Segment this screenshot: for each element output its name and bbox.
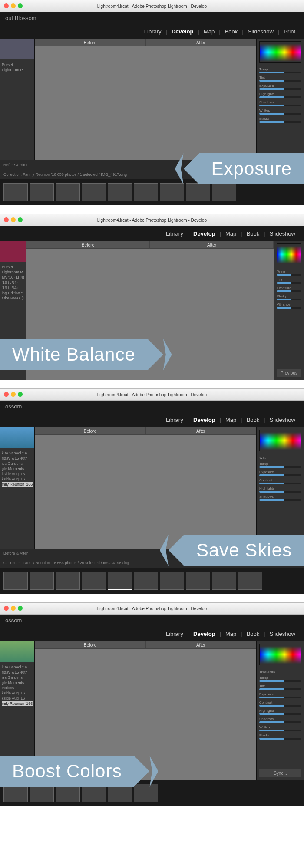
nav-library[interactable]: Library [142,28,164,35]
highlights-slider[interactable] [259,491,301,493]
navigator-thumb[interactable] [0,427,34,448]
filmstrip-thumb[interactable] [212,572,236,590]
preview-area[interactable]: BeforeAfter [35,427,256,549]
filmstrip[interactable] [0,568,304,594]
nav-develop[interactable]: Develop [191,230,218,237]
previous-button[interactable]: Previous [277,369,301,377]
tint-slider[interactable] [259,80,301,82]
close-icon[interactable] [4,3,9,8]
nav-library[interactable]: Library [163,230,186,237]
zoom-icon[interactable] [18,3,23,8]
nav-develop[interactable]: Develop [191,417,218,423]
nav-map[interactable]: Map [223,631,239,637]
filmstrip-thumb[interactable] [160,572,184,590]
histogram[interactable] [259,644,301,665]
nav-book[interactable]: Book [244,230,262,237]
left-panel[interactable]: k to School '16riday 7/15 40thiss Garden… [0,427,35,549]
filmstrip-thumb[interactable] [56,572,80,590]
highlights-slider[interactable] [259,713,301,715]
shadows-slider[interactable] [259,499,301,501]
filmstrip-thumb[interactable] [30,572,54,590]
exposure-slider[interactable] [259,474,301,476]
collections-list[interactable]: k to School '16riday 7/15 40thiss Garden… [0,664,34,707]
nav-map[interactable]: Map [201,28,217,35]
traffic-lights[interactable] [4,217,23,222]
filmstrip-thumb[interactable] [82,183,106,201]
temp-slider[interactable] [259,680,301,682]
filmstrip-thumb[interactable] [3,572,28,590]
filmstrip-thumb[interactable] [186,572,210,590]
filmstrip-thumb[interactable] [108,572,132,590]
whites-slider[interactable] [259,113,301,115]
nav-map[interactable]: Map [223,230,239,237]
left-panel[interactable]: PresetLightroom P... [0,39,35,160]
nav-book[interactable]: Book [222,28,241,35]
collections-list[interactable]: k to School '16riday 7/15 40thiss Garden… [0,450,34,488]
blacks-slider[interactable] [259,738,301,740]
filmstrip-thumb[interactable] [134,572,158,590]
navigator-thumb[interactable] [0,241,26,262]
filmstrip-thumb[interactable] [82,572,106,590]
nav-slideshow[interactable]: Slideshow [245,28,276,35]
shadows-slider[interactable] [259,721,301,723]
tint-slider[interactable] [259,688,301,690]
histogram[interactable] [259,41,301,63]
traffic-lights[interactable] [4,606,23,611]
preset-list[interactable]: PresetLightroom P...ary '16 (LR4)'16 (LR… [0,263,26,302]
basic-panel[interactable]: Temp Tint Exposure Highlights Shadows Wh… [259,65,301,123]
nav-library[interactable]: Library [163,631,186,637]
exposure-slider[interactable] [259,88,301,90]
nav-book[interactable]: Book [244,417,262,423]
nav-develop[interactable]: Develop [191,631,218,637]
whites-slider[interactable] [259,730,301,731]
filmstrip-thumb[interactable] [212,183,236,201]
nav-map[interactable]: Map [223,417,239,423]
vibrance-slider[interactable] [277,307,301,309]
exposure-slider[interactable] [277,290,301,292]
tint-slider[interactable] [277,282,301,284]
filmstrip-thumb[interactable] [160,183,184,201]
filmstrip-thumb[interactable] [3,183,28,201]
filmstrip-thumb[interactable] [30,183,54,201]
contrast-slider[interactable] [259,483,301,484]
histogram[interactable] [259,430,301,451]
basic-panel[interactable]: Treatment Temp Tint Exposure Contrast Hi… [259,667,301,740]
sync-button[interactable]: Sync... [259,769,301,777]
filmstrip-thumb[interactable] [108,183,132,201]
shadows-slider[interactable] [259,105,301,106]
filmstrip-thumb[interactable] [238,572,262,590]
banner-boost-colors: Boost Colors [0,756,134,787]
navigator-thumb[interactable] [0,39,34,59]
filmstrip-thumb[interactable] [134,183,158,201]
nav-print[interactable]: Print [281,28,298,35]
contrast-slider[interactable] [259,705,301,707]
traffic-lights[interactable] [4,3,23,8]
right-panel[interactable]: Temp Tint Exposure Clarity Vibrance Prev… [274,241,304,380]
histogram[interactable] [277,243,301,265]
temp-slider[interactable] [259,72,301,73]
exposure-slider[interactable] [259,697,301,698]
clarity-slider[interactable] [277,299,301,300]
blacks-slider[interactable] [259,121,301,123]
minimize-icon[interactable] [11,3,16,8]
nav-library[interactable]: Library [163,417,186,423]
right-panel[interactable]: WB: Temp Exposure Contrast Highlights Sh… [256,427,304,549]
nav-slideshow[interactable]: Slideshow [267,417,298,423]
traffic-lights[interactable] [4,392,23,397]
right-panel[interactable]: Temp Tint Exposure Highlights Shadows Wh… [256,39,304,160]
preset-list[interactable]: PresetLightroom P... [0,61,34,73]
navigator-thumb[interactable] [0,641,34,662]
basic-panel[interactable]: Temp Tint Exposure Clarity Vibrance [277,267,301,309]
basic-panel[interactable]: WB: Temp Exposure Contrast Highlights Sh… [259,453,301,501]
right-panel[interactable]: Treatment Temp Tint Exposure Contrast Hi… [256,641,304,780]
nav-book[interactable]: Book [244,631,262,637]
nav-slideshow[interactable]: Slideshow [267,631,298,637]
temp-slider[interactable] [277,274,301,276]
preview-area[interactable]: BeforeAfter [35,39,256,160]
highlights-slider[interactable] [259,96,301,98]
filmstrip-thumb[interactable] [186,183,210,201]
temp-slider[interactable] [259,466,301,468]
nav-slideshow[interactable]: Slideshow [267,230,298,237]
filmstrip-thumb[interactable] [56,183,80,201]
nav-develop[interactable]: Develop [169,28,196,35]
